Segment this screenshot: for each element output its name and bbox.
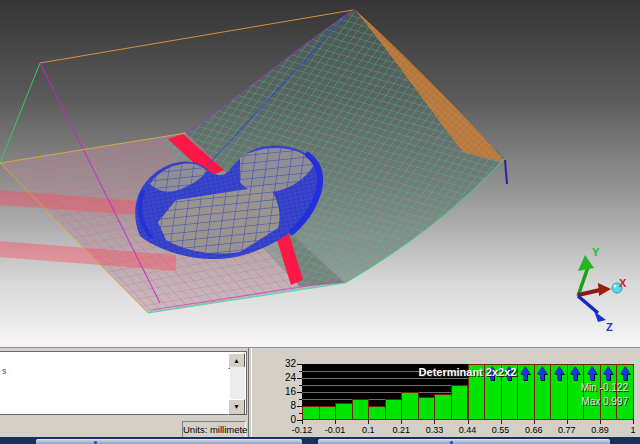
x-axis-label: 0.55	[492, 425, 510, 435]
message-text-fragment: s	[2, 366, 7, 376]
histogram-max-value: Max 0.997	[581, 396, 628, 407]
x-axis-label: -0.12	[292, 425, 313, 435]
histogram-bar	[434, 394, 452, 420]
x-axis-tick	[633, 420, 634, 424]
taskbar-button[interactable]	[318, 439, 610, 444]
application-window: Y X Z s ▲ ▼ Units: millimeters 08162432	[0, 0, 640, 444]
histogram-bar	[319, 406, 337, 420]
message-panel: s ▲ ▼ Units: millimeters	[0, 348, 250, 438]
histogram-bar	[418, 397, 436, 420]
x-axis-tick	[600, 420, 601, 424]
x-axis-label: 1	[630, 425, 635, 435]
histogram-bar	[368, 406, 386, 420]
histogram-bar	[401, 392, 419, 420]
x-axis-tick	[401, 420, 402, 424]
scrollbar-track[interactable]	[230, 367, 245, 399]
histogram-title: Determinant 2x2x2	[302, 366, 633, 378]
x-axis-tick	[434, 420, 435, 424]
message-log[interactable]: s ▲ ▼	[0, 351, 247, 415]
y-axis-label: 0	[276, 414, 296, 425]
y-axis-label: 16	[276, 386, 296, 397]
histogram-min-value: Min -0.122	[581, 382, 628, 393]
x-axis-tick	[534, 420, 535, 424]
x-axis-label: 0.89	[591, 425, 609, 435]
histogram-bar	[451, 385, 469, 420]
x-axis-label: -0.01	[325, 425, 346, 435]
scrollbar-down-button[interactable]: ▼	[228, 399, 245, 415]
y-axis-label: 8	[276, 400, 296, 411]
x-axis-tick	[567, 420, 568, 424]
x-axis-tick	[468, 420, 469, 424]
taskbar-edge	[0, 437, 640, 444]
y-axis-label: 24	[276, 372, 296, 383]
triad-x-label: X	[619, 277, 627, 289]
histogram-bar	[385, 399, 403, 420]
y-axis-label: 32	[276, 358, 296, 369]
histogram-bar	[302, 406, 320, 420]
x-axis-tick	[501, 420, 502, 424]
x-axis-label: 0.77	[558, 425, 576, 435]
x-axis-label: 0.44	[459, 425, 477, 435]
mesh-scene: Y X Z	[0, 0, 640, 347]
histogram-panel: 08162432 Determinant 2x2x2 Min -0.122 Ma…	[252, 348, 640, 438]
histogram-plot[interactable]: Determinant 2x2x2 Min -0.122 Max 0.997	[302, 364, 633, 420]
x-axis-label: 0.33	[426, 425, 444, 435]
histogram-bar	[335, 403, 353, 421]
x-axis-tick	[302, 420, 303, 424]
x-axis-label: 0.21	[393, 425, 411, 435]
triad-z-label: Z	[606, 321, 613, 333]
x-axis-tick	[368, 420, 369, 424]
x-axis-label: 0.1	[362, 425, 375, 435]
triad-y-label: Y	[592, 246, 600, 258]
taskbar-button[interactable]	[36, 439, 302, 444]
3d-viewport[interactable]: Y X Z	[0, 0, 640, 347]
bottom-dock: s ▲ ▼ Units: millimeters 08162432 Determ…	[0, 347, 640, 444]
x-axis-tick	[335, 420, 336, 424]
histogram-bar	[352, 399, 370, 420]
x-axis-label: 0.66	[525, 425, 543, 435]
